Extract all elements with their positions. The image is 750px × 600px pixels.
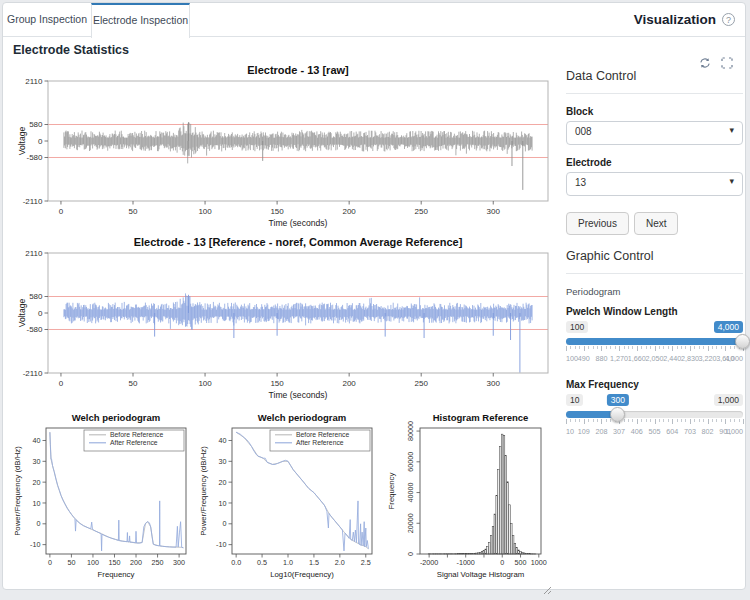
svg-text:2110: 2110 xyxy=(25,249,43,258)
histogram-reference-plot: Histogram Reference-2000-100005001000020… xyxy=(385,406,567,583)
electrode-select[interactable]: 13 ▾ xyxy=(566,172,743,196)
max-frequency-slider: 10 1,000 300 101092083074065056047038029… xyxy=(566,394,743,438)
slider-tick-label: 100 xyxy=(566,354,578,363)
slider-min-badge: 10 xyxy=(566,394,583,406)
svg-text:Histogram Reference: Histogram Reference xyxy=(433,412,529,423)
slider-minor-tick xyxy=(668,346,669,349)
graphic-control-title: Graphic Control xyxy=(566,249,743,263)
slider-tick-label: 109 xyxy=(578,427,590,436)
slider-minor-tick xyxy=(685,346,686,349)
svg-text:Voltage: Voltage xyxy=(17,298,27,327)
slider-minor-tick xyxy=(628,346,629,349)
slider-minor-tick xyxy=(712,419,713,422)
svg-text:0.5: 0.5 xyxy=(257,558,267,567)
slider-tick-label: 880 xyxy=(595,354,607,363)
slider-minor-tick xyxy=(597,346,598,349)
slider-minor-tick xyxy=(593,419,594,422)
svg-text:Welch periodogram: Welch periodogram xyxy=(72,412,161,423)
svg-text:1.0: 1.0 xyxy=(283,558,293,567)
slider-tick-label: 2,830 xyxy=(681,354,699,363)
slider-minor-tick xyxy=(575,419,576,422)
svg-text:Frequency: Frequency xyxy=(387,472,396,509)
svg-text:Signal Voltage Histogram: Signal Voltage Histogram xyxy=(437,570,525,579)
slider-tick xyxy=(637,419,638,424)
slider-tick-label: 2,440 xyxy=(663,354,681,363)
slider-minor-tick xyxy=(730,419,731,422)
previous-button[interactable]: Previous xyxy=(566,212,629,235)
slider-tick-label: 3,220 xyxy=(699,354,717,363)
panel-title: Electrode Statistics xyxy=(13,43,129,57)
svg-text:0: 0 xyxy=(59,379,64,388)
tab-electrode-inspection[interactable]: Electrode Inspection xyxy=(91,3,190,38)
svg-text:After Reference: After Reference xyxy=(296,439,344,446)
slider-minor-tick xyxy=(694,419,695,422)
slider-tick xyxy=(725,346,726,351)
svg-text:0: 0 xyxy=(38,309,43,318)
slider-minor-tick xyxy=(716,346,717,349)
svg-text:Before Reference: Before Reference xyxy=(110,431,163,438)
slider-bar xyxy=(566,338,743,345)
slider-handle[interactable] xyxy=(735,334,750,349)
slider-max-badge: 1,000 xyxy=(714,394,743,406)
slider-tick xyxy=(725,419,726,424)
svg-text:1.5: 1.5 xyxy=(309,558,319,567)
slider-handle[interactable] xyxy=(610,407,625,422)
slider-tick xyxy=(690,419,691,424)
slider-tick-label: 406 xyxy=(631,427,643,436)
slider-track[interactable] xyxy=(566,411,743,418)
svg-text:40: 40 xyxy=(33,436,41,445)
svg-text:250: 250 xyxy=(152,558,164,567)
slider-tick xyxy=(708,346,709,351)
raw-signal-plot: Electrode - 13 [raw]050100150200250300-2… xyxy=(9,63,557,235)
svg-text:0: 0 xyxy=(59,207,64,216)
slider-tick xyxy=(566,346,567,351)
slider-minor-tick xyxy=(668,419,669,422)
slider-track[interactable] xyxy=(566,338,743,345)
svg-text:-580: -580 xyxy=(26,325,43,334)
svg-text:250: 250 xyxy=(415,207,429,216)
slider-tick xyxy=(743,419,744,424)
svg-text:Time (seconds): Time (seconds) xyxy=(269,390,328,400)
svg-text:150: 150 xyxy=(270,207,284,216)
svg-text:500: 500 xyxy=(515,558,527,567)
slider-minor-tick xyxy=(570,346,571,349)
svg-text:50: 50 xyxy=(67,558,75,567)
slider-min-badge: 100 xyxy=(566,321,588,333)
tab-group-inspection[interactable]: Group Inspection xyxy=(3,3,91,36)
slider-minor-tick xyxy=(597,419,598,422)
next-button[interactable]: Next xyxy=(634,212,679,235)
resize-handle-icon[interactable] xyxy=(543,581,552,599)
svg-text:150: 150 xyxy=(108,558,120,567)
svg-text:Electrode - 13 [Reference - no: Electrode - 13 [Reference - noref, Commo… xyxy=(134,236,463,248)
slider-minor-tick xyxy=(606,346,607,349)
slider-value-badge: 4,000 xyxy=(714,321,743,333)
block-label: Block xyxy=(566,106,743,117)
slider-minor-tick xyxy=(663,346,664,349)
slider-minor-tick xyxy=(734,346,735,349)
svg-text:After Reference: After Reference xyxy=(110,439,158,446)
block-select-value: 008 xyxy=(575,126,592,137)
svg-text:0.0: 0.0 xyxy=(231,558,241,567)
slider-tick-label: 703 xyxy=(684,427,696,436)
slider-tick xyxy=(708,419,709,424)
slider-minor-tick xyxy=(716,419,717,422)
slider-minor-tick xyxy=(588,419,589,422)
help-icon[interactable]: ? xyxy=(722,13,735,26)
slider-tick-label: 505 xyxy=(649,427,661,436)
svg-text:300: 300 xyxy=(487,379,501,388)
svg-text:0: 0 xyxy=(406,552,415,556)
slider-tick xyxy=(637,346,638,351)
svg-text:580: 580 xyxy=(29,292,43,301)
slider-tick xyxy=(655,346,656,351)
block-select[interactable]: 008 ▾ xyxy=(566,121,743,145)
slider-minor-tick xyxy=(632,346,633,349)
slider-minor-tick xyxy=(663,419,664,422)
slider-tick-label: 2,050 xyxy=(646,354,664,363)
slider-minor-tick xyxy=(699,419,700,422)
svg-text:30: 30 xyxy=(33,457,41,466)
slider-minor-tick xyxy=(624,419,625,422)
svg-text:60000: 60000 xyxy=(406,452,415,472)
slider-tick-label: 307 xyxy=(613,427,625,436)
electrode-select-value: 13 xyxy=(575,177,586,188)
slider-minor-tick xyxy=(730,346,731,349)
